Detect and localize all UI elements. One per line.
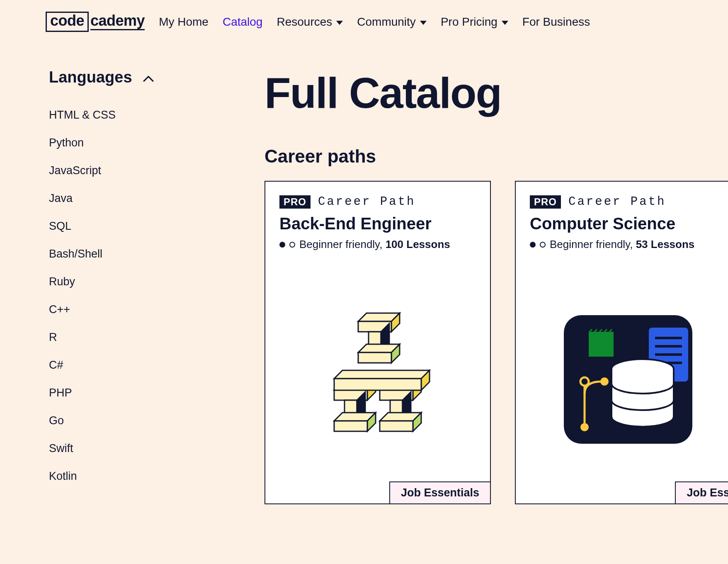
card-footer-badge: Job Ess (675, 481, 728, 503)
card-type-label: Career Path (568, 195, 666, 209)
computer-science-icon (560, 311, 696, 448)
card-meta: Beginner friendly, 100 Lessons (279, 238, 476, 251)
pro-badge: PRO (279, 195, 311, 209)
sidebar-item-label: Swift (49, 442, 73, 455)
sidebar-item-label: JavaScript (49, 164, 101, 177)
main-header: code cademy My Home Catalog Resources Co… (0, 0, 728, 44)
sidebar-item-label: Python (49, 136, 84, 149)
card-illustration (265, 251, 490, 503)
svg-rect-28 (589, 332, 614, 357)
chevron-down-icon (420, 21, 427, 25)
sidebar-item-python[interactable]: Python (49, 129, 182, 157)
card-lessons: 53 Lessons (636, 238, 695, 250)
nav-community[interactable]: Community (357, 15, 427, 29)
card-difficulty: Beginner friendly, 100 Lessons (299, 238, 450, 251)
section-title: Career paths (265, 146, 728, 167)
sidebar-item-swift[interactable]: Swift (49, 435, 182, 462)
sidebar-item-label: Kotlin (49, 470, 77, 482)
card-illustration (516, 251, 728, 503)
sidebar-item-label: SQL (49, 220, 71, 232)
difficulty-dot-open-icon (540, 242, 546, 248)
sidebar-item-label: Bash/Shell (49, 248, 102, 260)
sidebar-item-label: HTML & CSS (49, 109, 116, 121)
sidebar-item-label: C++ (49, 303, 70, 316)
sidebar-title: Languages (49, 68, 132, 86)
sidebar-item-label: Go (49, 414, 64, 427)
nav-pro-pricing[interactable]: Pro Pricing (441, 15, 508, 29)
card-meta: Beginner friendly, 53 Lessons (530, 238, 726, 251)
sidebar-language-list: HTML & CSS Python JavaScript Java SQL Ba… (49, 101, 182, 490)
i-beam-stack-icon (313, 309, 442, 450)
nav-label: For Business (522, 15, 590, 29)
card-difficulty: Beginner friendly, 53 Lessons (550, 238, 694, 251)
sidebar: Languages HTML & CSS Python JavaScript J… (49, 68, 182, 504)
sidebar-item-label: R (49, 331, 57, 343)
career-path-cards: PRO Career Path Back-End Engineer Beginn… (265, 181, 728, 504)
sidebar-item-php[interactable]: PHP (49, 379, 182, 407)
chevron-down-icon (502, 21, 508, 25)
sidebar-item-html-css[interactable]: HTML & CSS (49, 101, 182, 129)
page-title: Full Catalog (265, 68, 728, 118)
difficulty-dot-filled-icon (279, 242, 285, 248)
sidebar-item-java[interactable]: Java (49, 185, 182, 212)
svg-rect-23 (380, 421, 413, 431)
difficulty-dot-open-icon (289, 242, 295, 248)
chevron-down-icon (336, 21, 343, 25)
sidebar-item-label: Ruby (49, 275, 75, 288)
card-title: Back-End Engineer (279, 214, 476, 233)
svg-marker-24 (334, 370, 430, 379)
sidebar-item-sql[interactable]: SQL (49, 212, 182, 240)
svg-point-37 (600, 377, 609, 386)
card-title: Computer Science (530, 214, 726, 233)
sidebar-languages-toggle[interactable]: Languages (49, 68, 182, 86)
career-path-card-computer-science[interactable]: PRO Career Path Computer Science Beginne… (515, 181, 728, 504)
card-type-row: PRO Career Path (279, 195, 476, 209)
sidebar-item-ruby[interactable]: Ruby (49, 268, 182, 296)
sidebar-item-bash[interactable]: Bash/Shell (49, 240, 182, 268)
career-path-card-backend[interactable]: PRO Career Path Back-End Engineer Beginn… (265, 181, 491, 504)
sidebar-item-kotlin[interactable]: Kotlin (49, 462, 182, 490)
nav-resources[interactable]: Resources (277, 15, 343, 29)
sidebar-item-label: Java (49, 192, 73, 204)
pro-badge: PRO (530, 195, 561, 209)
sidebar-item-label: PHP (49, 387, 72, 399)
sidebar-item-go[interactable]: Go (49, 407, 182, 435)
card-type-row: PRO Career Path (530, 195, 726, 209)
primary-nav: My Home Catalog Resources Community Pro … (159, 15, 590, 29)
sidebar-item-cpp[interactable]: C++ (49, 296, 182, 323)
page-layout: Languages HTML & CSS Python JavaScript J… (0, 44, 728, 504)
svg-rect-26 (334, 379, 421, 390)
nav-label: My Home (159, 15, 209, 29)
card-header: PRO Career Path Computer Science Beginne… (516, 182, 728, 251)
logo-code: code (46, 12, 89, 32)
svg-rect-7 (358, 352, 391, 363)
svg-rect-15 (334, 421, 367, 431)
nav-my-home[interactable]: My Home (159, 15, 209, 29)
difficulty-dot-filled-icon (530, 242, 536, 248)
chevron-up-icon (143, 73, 154, 82)
nav-label: Pro Pricing (441, 15, 497, 29)
main-content: Full Catalog Career paths PRO Career Pat… (265, 68, 728, 504)
sidebar-item-r[interactable]: R (49, 323, 182, 351)
logo-cademy: cademy (90, 13, 145, 30)
nav-label: Catalog (223, 15, 263, 29)
card-type-label: Career Path (318, 195, 415, 209)
card-lessons: 100 Lessons (386, 238, 450, 250)
nav-for-business[interactable]: For Business (522, 15, 590, 29)
sidebar-item-csharp[interactable]: C# (49, 351, 182, 379)
card-footer-badge: Job Essentials (389, 481, 490, 503)
logo[interactable]: code cademy (46, 12, 145, 32)
sidebar-item-label: C# (49, 359, 63, 371)
nav-catalog[interactable]: Catalog (223, 15, 263, 29)
svg-point-36 (580, 423, 589, 431)
nav-label: Community (357, 15, 416, 29)
sidebar-item-javascript[interactable]: JavaScript (49, 157, 182, 185)
card-header: PRO Career Path Back-End Engineer Beginn… (265, 182, 490, 251)
nav-label: Resources (277, 15, 332, 29)
